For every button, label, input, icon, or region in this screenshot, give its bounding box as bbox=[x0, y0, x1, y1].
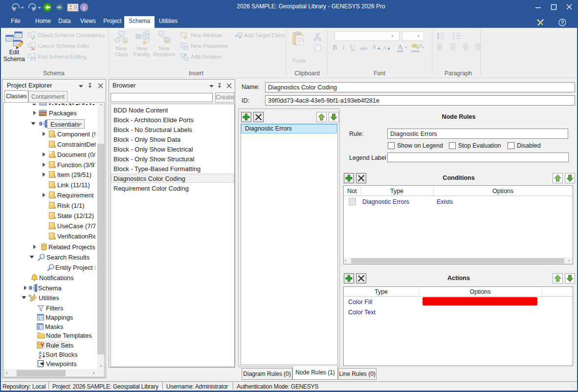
svg-text:3: 3 bbox=[453, 37, 455, 40]
svg-text:Z: Z bbox=[39, 354, 42, 359]
svg-text:?: ? bbox=[561, 20, 564, 25]
